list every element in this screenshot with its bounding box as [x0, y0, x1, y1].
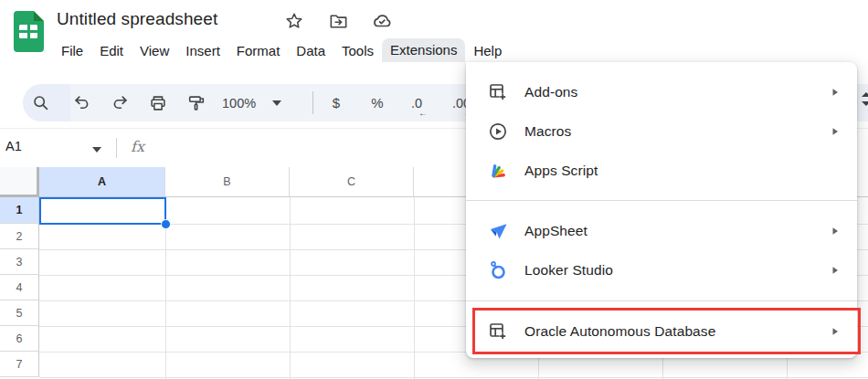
zoom-value: 100% [222, 96, 256, 111]
menu-file[interactable]: File [53, 40, 91, 61]
percent-format-button[interactable]: % [365, 84, 389, 121]
submenu-arrow-icon [831, 266, 840, 275]
cloud-check-icon[interactable] [371, 10, 393, 32]
menu-data[interactable]: Data [288, 40, 333, 61]
row-header-3[interactable]: 3 [0, 249, 39, 275]
menu-item-label: AppSheet [524, 223, 587, 239]
row-header-6[interactable]: 6 [0, 326, 39, 352]
row-header-1[interactable]: 1 [0, 197, 39, 224]
formula-bar-divider [116, 138, 117, 158]
submenu-arrow-icon [831, 88, 840, 97]
fx-icon: fx [131, 138, 144, 155]
document-title[interactable]: Untitled spreadsheet [57, 9, 217, 29]
menu-edit[interactable]: Edit [91, 40, 132, 61]
gridline [39, 377, 868, 378]
fill-handle[interactable] [161, 219, 171, 229]
star-icon[interactable] [283, 10, 305, 32]
menu-item-label: Looker Studio [524, 262, 613, 279]
addon-icon [487, 81, 509, 103]
folder-move-icon[interactable] [327, 10, 349, 32]
menu-item-apps-script[interactable]: Apps Script [466, 151, 857, 190]
menu-item-label: Apps Script [524, 163, 598, 179]
chevron-down-icon [272, 100, 281, 106]
paint-format-icon[interactable] [185, 84, 208, 121]
menu-divider [466, 200, 857, 201]
apps-script-icon [487, 160, 509, 182]
menu-help[interactable]: Help [465, 40, 510, 61]
row-header-2[interactable]: 2 [0, 224, 39, 249]
selected-cell-a1[interactable] [39, 197, 166, 225]
looker-studio-icon [487, 259, 509, 281]
sheets-logo[interactable] [14, 11, 44, 52]
play-circle-icon [487, 121, 509, 142]
menu-item-appsheet[interactable]: AppSheet [466, 211, 857, 250]
select-all-corner[interactable] [0, 167, 39, 197]
menu-format[interactable]: Format [228, 40, 289, 61]
menubar: File Edit View Insert Format Data Tools … [53, 38, 510, 62]
search-icon[interactable] [29, 84, 53, 121]
submenu-arrow-icon [831, 127, 840, 136]
appsheet-icon [487, 220, 509, 242]
menu-item-label: Macros [524, 123, 571, 140]
menu-divider [466, 300, 857, 301]
menu-item-looker-studio[interactable]: Looker Studio [466, 250, 857, 290]
menu-insert[interactable]: Insert [177, 40, 228, 61]
menu-tools[interactable]: Tools [333, 40, 382, 61]
decrease-decimal-button[interactable]: .0← [402, 84, 431, 121]
menu-item-add-ons[interactable]: Add-ons [466, 72, 857, 111]
menu-item-label: Add-ons [524, 84, 577, 100]
row-header-7[interactable]: 7 [0, 352, 39, 377]
redo-icon[interactable] [108, 84, 132, 121]
currency-format-button[interactable]: $ [324, 84, 348, 121]
print-icon[interactable] [146, 84, 170, 121]
name-box[interactable]: A1 [5, 139, 22, 153]
annotation-highlight-box [472, 308, 861, 354]
toolbar-divider [312, 91, 313, 114]
menu-view[interactable]: View [132, 40, 177, 61]
row-header-5[interactable]: 5 [0, 300, 39, 326]
submenu-arrow-icon [831, 226, 840, 236]
logo-fold [34, 11, 44, 21]
zoom-control[interactable]: 100% [222, 84, 281, 121]
row-header-4[interactable]: 4 [0, 275, 39, 300]
menu-extensions[interactable]: Extensions [382, 38, 465, 62]
logo-grid [19, 25, 37, 38]
name-box-dropdown-icon[interactable] [92, 147, 101, 153]
column-header-b[interactable]: B [165, 167, 290, 197]
menu-item-macros[interactable]: Macros [466, 111, 857, 151]
clipped-toolbar-icon [860, 89, 868, 110]
column-header-c[interactable]: C [290, 167, 414, 197]
undo-icon[interactable] [70, 84, 94, 121]
column-header-a[interactable]: A [39, 167, 165, 197]
